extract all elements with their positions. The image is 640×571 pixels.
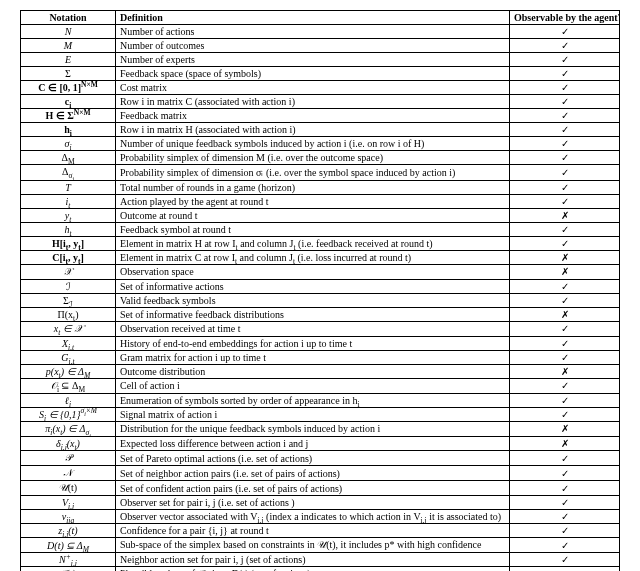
cell-definition: Sub-space of the simplex based on constr…: [116, 538, 510, 553]
cell-notation: Π(xt): [21, 307, 116, 321]
cross-icon: [561, 309, 569, 320]
table-row: vijaObserver vector associated with Vi,j…: [21, 510, 620, 524]
cell-definition: Row i in matrix C (associated with actio…: [116, 95, 510, 109]
cell-notation: 𝒰(t): [21, 481, 116, 496]
check-icon: [561, 380, 569, 391]
table-row: 𝒩Set of neighbor action pairs (i.e. set …: [21, 466, 620, 481]
cell-definition: Outcome at round t: [116, 208, 510, 222]
cell-notation: ℓi: [21, 393, 116, 407]
table-row: N+i,jNeighbor action set for pair i, j (…: [21, 553, 620, 567]
check-icon: [561, 124, 569, 135]
table-row: hiRow i in matrix H (associated with act…: [21, 123, 620, 137]
th-definition: Definition: [116, 11, 510, 25]
cell-observable: [510, 39, 620, 53]
cell-definition: Observation received at time t: [116, 321, 510, 336]
cell-observable: [510, 364, 620, 378]
table-row: Si ∈ {0,1}σi×MSignal matrix of action i: [21, 407, 620, 421]
table-row: H ∈ ΣN×MFeedback matrix: [21, 109, 620, 123]
cell-definition: Feedback symbol at round t: [116, 222, 510, 236]
cell-definition: Set of Pareto optimal actions (i.e. set …: [116, 451, 510, 466]
check-icon: [561, 468, 569, 479]
cross-icon: [561, 423, 569, 434]
table-row: htFeedback symbol at round t: [21, 222, 620, 236]
table-row: ΔσiProbability simplex of dimension σᵢ (…: [21, 165, 620, 181]
table-row: πi(xt) ∈ ΔσiDistribution for the unique …: [21, 421, 620, 437]
cell-observable: [510, 407, 620, 421]
table-row: NNumber of actions: [21, 25, 620, 39]
table-row: δi,j(xt)Expected loss difference between…: [21, 437, 620, 451]
cell-definition: Expected loss difference between action …: [116, 437, 510, 451]
cell-observable: [510, 510, 620, 524]
check-icon: [561, 26, 569, 37]
check-icon: [561, 295, 569, 306]
cell-observable: [510, 321, 620, 336]
cell-observable: [510, 208, 620, 222]
table-row: zi,j(t)Confidence for a pair {i, j} at r…: [21, 524, 620, 538]
cell-observable: [510, 279, 620, 293]
cell-definition: Element in matrix C at row It and column…: [116, 250, 510, 264]
cross-icon: [561, 210, 569, 221]
cell-definition: Feedback space (space of symbols): [116, 67, 510, 81]
cell-definition: Probability simplex of dimension M (i.e.…: [116, 151, 510, 165]
table-row: ENumber of experts: [21, 53, 620, 67]
cell-definition: Set of informative feedback distribution…: [116, 307, 510, 321]
table-row: TTotal number of rounds in a game (horiz…: [21, 180, 620, 194]
check-icon: [561, 281, 569, 292]
cell-notation: Δσi: [21, 165, 116, 181]
check-icon: [561, 110, 569, 121]
cell-notation: C[it, yt]: [21, 250, 116, 264]
cell-observable: [510, 538, 620, 553]
table-row: σiNumber of unique feedback symbols indu…: [21, 137, 620, 151]
cell-observable: [510, 421, 620, 437]
cell-definition: Plausible subset of 𝒫 given D(t) (set of…: [116, 567, 510, 572]
cell-observable: [510, 466, 620, 481]
cell-notation: D(t) ⊆ ΔM: [21, 538, 116, 553]
table-row: H[it, yt]Element in matrix H at row It a…: [21, 236, 620, 250]
cross-icon: [561, 252, 569, 263]
table-row: ΣFeedback space (space of symbols): [21, 67, 620, 81]
check-icon: [561, 323, 569, 334]
cross-icon: [561, 266, 569, 277]
check-icon: [561, 96, 569, 107]
check-icon: [561, 82, 569, 93]
cell-definition: Action played by the agent at round t: [116, 194, 510, 208]
th-observable: Observable by the agent?: [510, 11, 620, 25]
cell-definition: Cost matrix: [116, 81, 510, 95]
cell-notation: ΔM: [21, 151, 116, 165]
table-row: 𝒰(t)Set of confident action pairs (i.e. …: [21, 481, 620, 496]
cell-observable: [510, 25, 620, 39]
table-row: 𝒫Set of Pareto optimal actions (i.e. set…: [21, 451, 620, 466]
check-icon: [561, 68, 569, 79]
cell-notation: 𝒫(t): [21, 567, 116, 572]
cell-notation: H[it, yt]: [21, 236, 116, 250]
cell-notation: ht: [21, 222, 116, 236]
check-icon: [561, 338, 569, 349]
table-row: MNumber of outcomes: [21, 39, 620, 53]
cell-notation: Xi,t: [21, 336, 116, 350]
cell-definition: Number of unique feedback symbols induce…: [116, 137, 510, 151]
table-row: 𝒫(t)Plausible subset of 𝒫 given D(t) (se…: [21, 567, 620, 572]
table-row: ΣℐValid feedback symbols: [21, 293, 620, 307]
table-row: Xi,tHistory of end-to-end embeddings for…: [21, 336, 620, 350]
cell-observable: [510, 451, 620, 466]
cell-observable: [510, 378, 620, 393]
cell-notation: Gi,t: [21, 350, 116, 364]
cell-notation: Si ∈ {0,1}σi×M: [21, 407, 116, 421]
cell-notation: it: [21, 194, 116, 208]
cell-observable: [510, 437, 620, 451]
cell-notation: 𝒩: [21, 466, 116, 481]
table-row: 𝒳Observation space: [21, 264, 620, 279]
cell-definition: Observation space: [116, 264, 510, 279]
cell-notation: Σℐ: [21, 293, 116, 307]
table-row: D(t) ⊆ ΔMSub-space of the simplex based …: [21, 538, 620, 553]
table-row: Gi,tGram matrix for action i up to time …: [21, 350, 620, 364]
cell-observable: [510, 553, 620, 567]
cell-notation: πi(xt) ∈ Δσi: [21, 421, 116, 437]
cell-observable: [510, 336, 620, 350]
cell-definition: Valid feedback symbols: [116, 293, 510, 307]
cell-notation: hi: [21, 123, 116, 137]
cell-notation: xt ∈ 𝒳: [21, 321, 116, 336]
cell-notation: yt: [21, 208, 116, 222]
cell-observable: [510, 567, 620, 572]
cross-icon: [561, 366, 569, 377]
